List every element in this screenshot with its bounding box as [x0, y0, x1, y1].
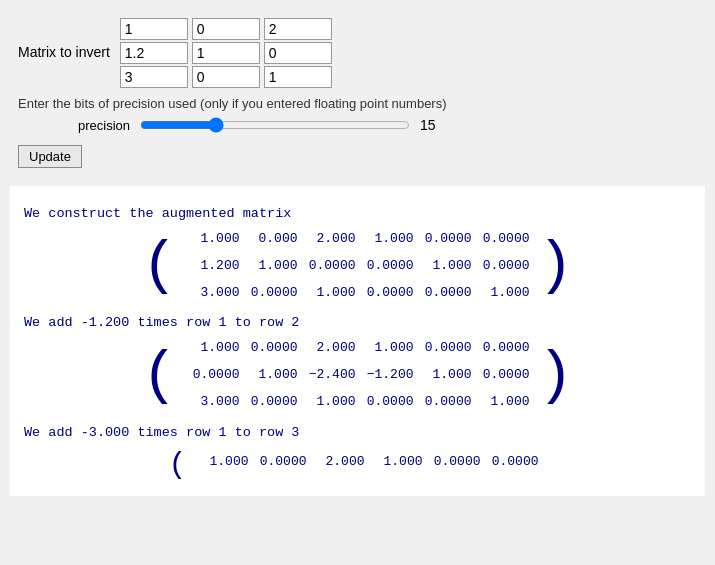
step-1-title: We construct the augmented matrix — [24, 206, 691, 221]
table-row: 3.000 0.0000 1.000 0.0000 0.0000 1.000 — [184, 281, 532, 306]
step-2-title: We add -1.200 times row 1 to row 2 — [24, 315, 691, 330]
matrix-cell-11[interactable] — [192, 42, 260, 64]
matrix-cell-20[interactable] — [120, 66, 188, 88]
matrix-cell-10[interactable] — [120, 42, 188, 64]
bracket-left-3: ( — [168, 446, 186, 480]
step-3-matrix: ( 1.000 0.0000 2.000 1.000 0.0000 0.0000 — [24, 446, 691, 480]
table-row: 1.000 0.0000 2.000 1.000 0.0000 0.0000 — [184, 336, 532, 361]
bracket-right-2: ) — [538, 346, 574, 406]
step-2-numbers: 1.000 0.0000 2.000 1.000 0.0000 0.0000 0… — [184, 336, 532, 414]
table-row: 1.000 0.000 2.000 1.000 0.0000 0.0000 — [184, 227, 532, 252]
matrix-label: Matrix to invert — [18, 18, 110, 65]
matrix-cell-12[interactable] — [264, 42, 332, 64]
table-row: 3.000 0.0000 1.000 0.0000 0.0000 1.000 — [184, 390, 532, 415]
matrix-cell-01[interactable] — [192, 18, 260, 40]
step-3-title: We add -3.000 times row 1 to row 3 — [24, 425, 691, 440]
table-row: 1.200 1.000 0.0000 0.0000 1.000 0.0000 — [184, 254, 532, 279]
bracket-left-1: ( — [141, 236, 177, 296]
matrix-cell-21[interactable] — [192, 66, 260, 88]
bracket-left-2: ( — [141, 346, 177, 406]
matrix-input-grid — [120, 18, 334, 88]
step-2-matrix: ( 1.000 0.0000 2.000 1.000 0.0000 0.0000… — [24, 336, 691, 414]
step-1-matrix: ( 1.000 0.000 2.000 1.000 0.0000 0.0000 … — [24, 227, 691, 305]
bracket-right-1: ) — [538, 236, 574, 296]
matrix-cell-02[interactable] — [264, 18, 332, 40]
precision-value: 15 — [420, 117, 436, 133]
content-area: We construct the augmented matrix ( 1.00… — [10, 186, 705, 496]
table-row: 1.000 0.0000 2.000 1.000 0.0000 0.0000 — [193, 450, 541, 475]
table-row: 0.0000 1.000 −2.400 −1.200 1.000 0.0000 — [184, 363, 532, 388]
update-button[interactable]: Update — [18, 145, 82, 168]
hint-text: Enter the bits of precision used (only i… — [18, 96, 697, 111]
matrix-cell-22[interactable] — [264, 66, 332, 88]
precision-label: precision — [78, 118, 130, 133]
matrix-cell-00[interactable] — [120, 18, 188, 40]
precision-slider[interactable] — [140, 117, 410, 133]
step-1-numbers: 1.000 0.000 2.000 1.000 0.0000 0.0000 1.… — [184, 227, 532, 305]
step-3-numbers: 1.000 0.0000 2.000 1.000 0.0000 0.0000 — [193, 450, 541, 475]
